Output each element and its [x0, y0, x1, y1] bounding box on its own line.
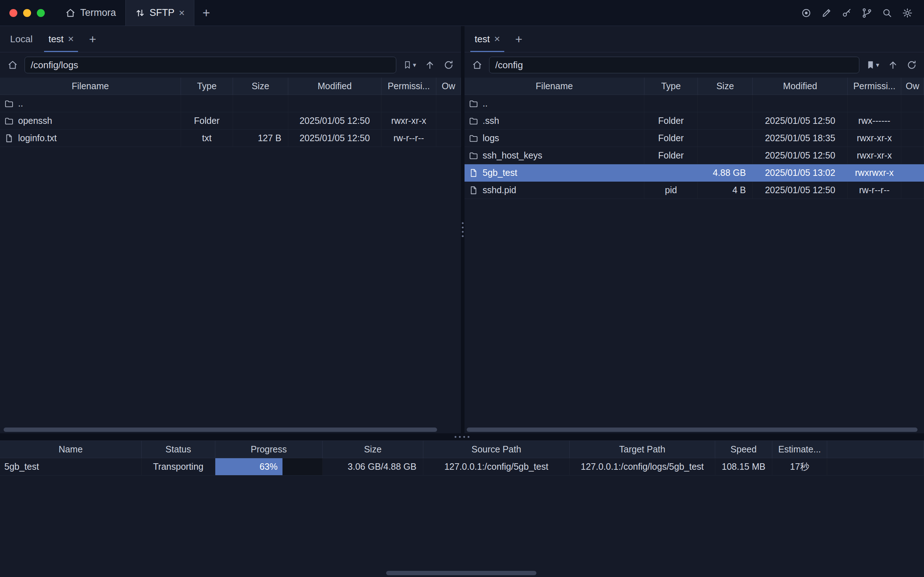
settings-gear-icon[interactable] [900, 6, 914, 20]
file-row-loginfo[interactable]: loginfo.txt txt 127 B 2025/01/05 12:50 r… [0, 130, 461, 147]
minimize-window-button[interactable] [23, 9, 31, 17]
column-header-target-path[interactable]: Target Path [570, 441, 715, 458]
folder-icon [4, 99, 14, 108]
cell-filename: logs [464, 130, 644, 147]
path-input[interactable] [24, 57, 396, 73]
cell-size [698, 130, 753, 147]
panel-splitter[interactable] [461, 26, 464, 433]
horizontal-scrollbar[interactable] [467, 427, 918, 432]
tab-test-label: test [48, 34, 64, 45]
cell-status: Transporting [142, 458, 215, 475]
filename-label: loginfo.txt [18, 133, 57, 143]
column-header-filler [827, 441, 924, 458]
column-header-estimate[interactable]: Estimate... [772, 441, 827, 458]
left-new-tab-button[interactable]: + [82, 26, 103, 52]
cell-filename: 5gb_test [464, 164, 644, 182]
transfer-arrows-icon [135, 8, 145, 18]
git-branch-icon[interactable] [860, 6, 874, 20]
parent-directory-button[interactable] [422, 57, 437, 73]
column-header-modified[interactable]: Modified [753, 77, 848, 95]
folder-icon [469, 116, 478, 126]
horizontal-scrollbar[interactable] [3, 427, 437, 432]
cell-permissions [381, 95, 436, 112]
cell-type [644, 164, 698, 182]
cell-owner [901, 147, 924, 164]
column-header-owner[interactable]: Ow [901, 77, 924, 95]
close-window-button[interactable] [10, 9, 17, 17]
key-icon[interactable] [840, 6, 854, 20]
folder-icon [4, 116, 14, 126]
home-directory-button[interactable] [5, 57, 20, 73]
file-row-ssh[interactable]: .ssh Folder 2025/01/05 12:50 rwx------ [464, 112, 924, 130]
chevron-down-icon[interactable]: ▾ [413, 61, 416, 69]
cell-filename: .. [464, 95, 644, 112]
folder-icon [469, 99, 478, 108]
file-row-ssh-host-keys[interactable]: ssh_host_keys Folder 2025/01/05 12:50 rw… [464, 147, 924, 164]
column-header-status[interactable]: Status [142, 441, 215, 458]
tab-sftp-label: SFTP [150, 7, 174, 18]
cell-modified [288, 95, 381, 112]
tab-termora-home[interactable]: Termora [56, 0, 125, 26]
close-tab-icon[interactable]: × [68, 34, 74, 44]
transfer-row[interactable]: 5gb_test Transporting 63% 3.06 GB/4.88 G… [0, 458, 924, 475]
cell-permissions: rwxr-xr-x [848, 130, 901, 147]
tab-sftp[interactable]: SFTP × [125, 0, 194, 26]
column-header-type[interactable]: Type [644, 77, 698, 95]
transfer-splitter[interactable] [0, 433, 924, 440]
column-header-size[interactable]: Size [323, 441, 423, 458]
chevron-down-icon[interactable]: ▾ [876, 61, 879, 69]
cell-source-path: 127.0.0.1:/config/5gb_test [423, 458, 570, 475]
edit-icon[interactable] [819, 6, 834, 20]
cell-type: Folder [181, 112, 233, 130]
cell-filename: .. [0, 95, 181, 112]
column-header-modified[interactable]: Modified [288, 77, 381, 95]
column-header-type[interactable]: Type [181, 77, 233, 95]
column-header-filename[interactable]: Filename [464, 77, 644, 95]
column-header-owner[interactable]: Ow [436, 77, 461, 95]
path-input[interactable] [489, 57, 859, 73]
close-tab-icon[interactable]: × [494, 34, 500, 44]
bookmark-filled-button[interactable]: ▾ [864, 57, 881, 73]
file-row-openssh[interactable]: openssh Folder 2025/01/05 12:50 rwxr-xr-… [0, 112, 461, 130]
tab-test-right[interactable]: test × [467, 26, 508, 52]
splitter-handle-icon [455, 436, 469, 438]
column-header-name[interactable]: Name [0, 441, 142, 458]
refresh-button[interactable] [442, 57, 456, 73]
titlebar-spacer [218, 0, 799, 26]
file-row-5gb-test-selected[interactable]: 5gb_test 4.88 GB 2025/01/05 13:02 rwxrwx… [464, 164, 924, 182]
cell-size [698, 95, 753, 112]
column-header-size[interactable]: Size [233, 77, 288, 95]
column-header-filename[interactable]: Filename [0, 77, 181, 95]
column-header-progress[interactable]: Progress [215, 441, 323, 458]
cell-owner [901, 164, 924, 182]
cell-permissions: rwxr-xr-x [381, 112, 436, 130]
cell-size: 127 B [233, 130, 288, 147]
close-tab-icon[interactable]: × [179, 8, 185, 18]
file-row-logs[interactable]: logs Folder 2025/01/05 18:35 rwxr-xr-x [464, 130, 924, 147]
column-header-source-path[interactable]: Source Path [423, 441, 570, 458]
tab-local[interactable]: Local [2, 26, 40, 52]
zoom-window-button[interactable] [37, 9, 45, 17]
cell-size: 4.88 GB [698, 164, 753, 182]
cell-filler [827, 458, 924, 475]
cell-type [644, 95, 698, 112]
parent-directory-button[interactable] [886, 57, 900, 73]
transfer-horizontal-scrollbar[interactable] [386, 571, 536, 575]
new-terminal-tab-button[interactable]: + [194, 0, 218, 26]
refresh-button[interactable] [905, 57, 919, 73]
column-header-speed[interactable]: Speed [715, 441, 772, 458]
record-icon[interactable] [799, 6, 813, 20]
search-icon[interactable] [880, 6, 894, 20]
column-header-permissions[interactable]: Permissi... [848, 77, 901, 95]
column-header-permissions[interactable]: Permissi... [381, 77, 436, 95]
home-directory-button[interactable] [469, 57, 485, 73]
column-header-size[interactable]: Size [698, 77, 753, 95]
right-new-tab-button[interactable]: + [508, 26, 529, 52]
tab-test-left[interactable]: test × [40, 26, 82, 52]
home-icon [65, 8, 76, 18]
file-row-parent[interactable]: .. [0, 95, 461, 112]
file-row-sshd-pid[interactable]: sshd.pid pid 4 B 2025/01/05 12:50 rw-r--… [464, 182, 924, 199]
file-row-parent[interactable]: .. [464, 95, 924, 112]
left-panel-tabs: Local test × + [0, 26, 461, 52]
bookmark-button[interactable]: ▾ [401, 57, 418, 73]
